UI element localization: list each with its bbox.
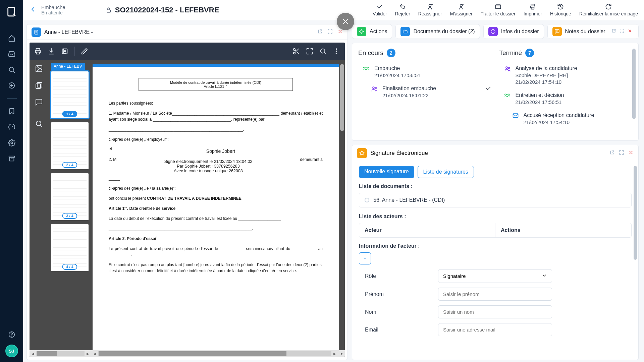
nav-add-icon[interactable] — [6, 80, 17, 91]
thumbnail-page-4[interactable]: 4 / 4 — [51, 224, 89, 271]
tab-documents[interactable]: Documents du dossier (2) — [395, 24, 480, 39]
viewer-search-icon[interactable] — [319, 48, 327, 55]
email-input[interactable] — [438, 323, 552, 336]
document-row[interactable]: 56. Anne - LEFEBVRE - (CDI) — [359, 193, 632, 207]
email-label: Email — [365, 327, 432, 333]
assign-me-button[interactable]: M'assigner — [450, 3, 473, 16]
close-overlay-button[interactable] — [337, 13, 354, 30]
viewer-toolbar — [30, 43, 345, 60]
viewer-more-icon[interactable] — [333, 48, 340, 55]
viewer-fullscreen-icon[interactable] — [306, 48, 313, 55]
firstname-input[interactable] — [438, 288, 552, 301]
lock-icon — [106, 7, 112, 13]
scrollbar[interactable] — [634, 166, 637, 260]
expand-icon[interactable] — [327, 29, 333, 36]
close-icon[interactable] — [628, 28, 632, 35]
people-icon — [371, 85, 378, 98]
signature-tab: Signature Électronique — [352, 145, 638, 161]
print-button[interactable]: Imprimer — [524, 3, 542, 16]
validate-button[interactable]: Valider — [373, 3, 387, 16]
viewer-thumbnails-icon[interactable] — [35, 65, 43, 74]
count-badge: 7 — [525, 49, 534, 57]
col-actions: Actions — [495, 223, 631, 237]
reject-button[interactable]: Rejeter — [395, 3, 410, 16]
header-actions: Valider Rejeter Réassigner M'assigner Tr… — [373, 3, 638, 16]
document-icon — [32, 27, 41, 37]
process-button[interactable]: Traiter le dossier — [481, 3, 516, 16]
svg-rect-5 — [9, 157, 14, 161]
close-tab-icon[interactable] — [337, 29, 343, 36]
app-logo-icon — [6, 6, 17, 17]
page-scrollbar[interactable] — [340, 64, 344, 131]
scrollbar[interactable] — [632, 49, 636, 119]
thumbnail-page-1[interactable]: 1 / 4 — [51, 71, 89, 118]
viewer-comments-icon[interactable] — [35, 98, 43, 108]
popout-icon[interactable] — [609, 150, 615, 157]
remove-actor-button[interactable]: - — [359, 252, 371, 264]
user-avatar[interactable]: SJ — [5, 345, 18, 357]
header: Embauche En attente SO21022024-152 - LEF… — [23, 0, 644, 20]
svg-point-7 — [11, 336, 12, 336]
viewer-layers-icon[interactable] — [35, 81, 43, 91]
tab-notes[interactable]: Notes du dossier — [547, 24, 639, 39]
signature-body: Nouvelle signature Liste de signatures L… — [352, 161, 638, 360]
popout-icon[interactable] — [317, 29, 323, 36]
svg-point-33 — [375, 87, 376, 88]
thumbnail-tab[interactable]: Anne - LEFEBV — [51, 63, 85, 70]
svg-rect-11 — [495, 5, 500, 9]
right-tabs: Actions Documents du dossier (2) Infos d… — [352, 24, 639, 39]
expand-icon[interactable] — [619, 150, 624, 157]
wave-icon — [363, 65, 370, 78]
role-select[interactable]: Signataire — [438, 269, 552, 283]
nav-bookmark-icon[interactable] — [6, 106, 17, 117]
nav-archive-icon[interactable] — [6, 153, 17, 164]
actor-info-heading: Information de l'acteur : — [359, 243, 632, 249]
tab-actions[interactable]: Actions — [352, 24, 392, 39]
thumbnail-page-2[interactable]: 2 / 4 — [51, 122, 89, 169]
right-column: Actions Documents du dossier (2) Infos d… — [352, 24, 639, 360]
svg-point-24 — [336, 53, 337, 54]
expand-icon[interactable] — [620, 28, 624, 35]
tab-signature-list[interactable]: Liste de signatures — [418, 166, 474, 178]
viewer-cut-icon[interactable] — [292, 48, 300, 55]
tab-infos[interactable]: Infos du dossier — [483, 24, 544, 39]
thumbnail-page-3[interactable]: 3 / 4 — [51, 173, 89, 220]
nav-help-icon[interactable] — [6, 329, 17, 340]
history-button[interactable]: Historique — [550, 3, 571, 16]
page-title: SO21022024-152 - LEFEBVRE — [106, 6, 219, 14]
page-hscroll[interactable]: ◀▶▾ — [91, 350, 345, 357]
back-button[interactable] — [29, 6, 37, 14]
svg-rect-28 — [36, 84, 41, 88]
viewer-edit-icon[interactable] — [81, 48, 88, 55]
thumb-hscroll[interactable]: ◀▶ — [30, 350, 91, 357]
close-icon[interactable] — [628, 150, 634, 157]
nav-search-icon[interactable] — [6, 64, 17, 75]
info-icon — [488, 27, 498, 36]
viewer-save-icon[interactable] — [61, 48, 68, 55]
mail-icon — [512, 112, 520, 125]
workflow-in-progress: En cours2 Embauche21/02/2024 17:56:51 Fi… — [358, 49, 491, 135]
breadcrumb: Embauche En attente — [41, 4, 65, 15]
tab-new-signature[interactable]: Nouvelle signature — [359, 166, 414, 178]
signature-icon — [357, 148, 367, 158]
nav-settings-icon[interactable] — [6, 137, 17, 148]
viewer-download-icon[interactable] — [48, 48, 55, 55]
popout-icon[interactable] — [611, 28, 616, 35]
nav-inbox-icon[interactable] — [6, 48, 17, 60]
viewer-print-icon[interactable] — [34, 48, 42, 55]
people-icon — [504, 65, 512, 85]
wave-icon — [504, 92, 512, 105]
lastname-input[interactable] — [438, 305, 552, 318]
svg-point-30 — [361, 31, 362, 32]
breadcrumb-title: Embauche — [41, 4, 65, 10]
firstname-label: Prénom — [365, 291, 432, 297]
nav-dashboard-icon[interactable] — [6, 121, 17, 133]
body: Anne - LEFEBVRE - — [23, 20, 644, 362]
document-panel: Anne - LEFEBVRE - — [26, 24, 348, 360]
count-badge: 2 — [387, 49, 395, 57]
radio-icon[interactable] — [365, 198, 369, 202]
nav-home-icon[interactable] — [6, 33, 17, 44]
reassign-button[interactable]: Réassigner — [418, 3, 442, 16]
viewer-find-icon[interactable] — [35, 120, 43, 129]
reset-layout-button[interactable]: Réinitialiser la mise en page — [579, 3, 638, 16]
